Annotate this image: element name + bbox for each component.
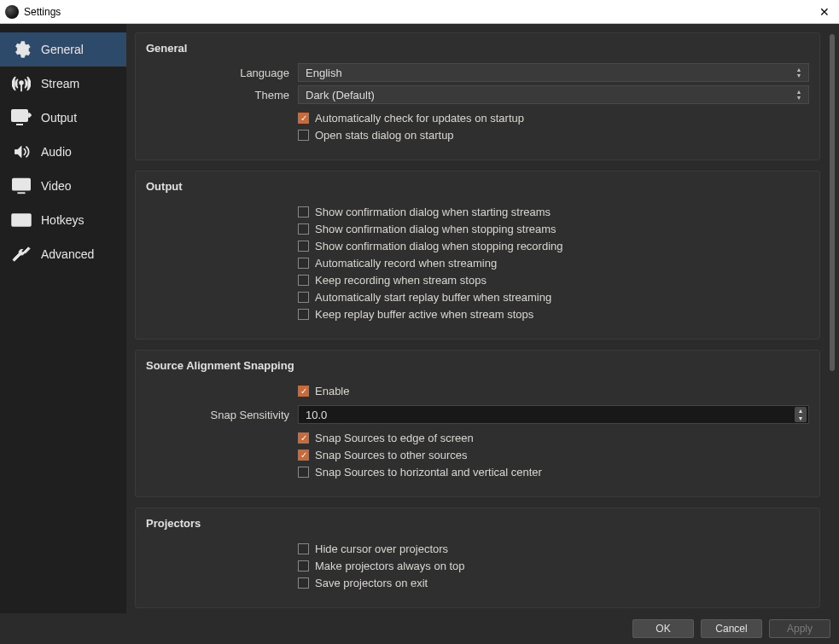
speaker-icon — [10, 143, 32, 160]
group-title: Projectors — [146, 517, 809, 530]
snapping-checkbox[interactable]: Snap Sources to edge of screen — [298, 432, 809, 444]
output-checkbox[interactable]: Keep replay buffer active when stream st… — [298, 308, 809, 321]
cancel-button[interactable]: Cancel — [701, 619, 762, 638]
output-icon — [10, 109, 32, 126]
language-select[interactable]: English ▲▼ — [298, 63, 809, 82]
checkbox-label: Automatically start replay buffer when s… — [315, 291, 551, 304]
main-split: General Stream Output Audio Video — [0, 24, 839, 613]
dialog-footer: OK Cancel Apply — [0, 613, 839, 644]
checkbox-box — [298, 206, 309, 218]
broadcast-icon — [10, 75, 32, 92]
snapping-checkbox[interactable]: Snap Sources to horizontal and vertical … — [298, 466, 809, 479]
tools-icon — [10, 246, 32, 263]
sidebar-item-label: Audio — [41, 145, 72, 159]
checkbox-label: Open stats dialog on startup — [315, 129, 454, 142]
theme-value: Dark (Default) — [306, 89, 375, 102]
group-title: General — [146, 42, 809, 55]
sidebar-item-hotkeys[interactable]: Hotkeys — [0, 203, 126, 237]
sidebar-item-label: Output — [41, 111, 77, 125]
output-checkbox[interactable]: Show confirmation dialog when stopping s… — [298, 223, 809, 235]
output-checkbox[interactable]: Automatically record when streaming — [298, 257, 809, 270]
checkbox-label: Make projectors always on top — [315, 560, 465, 572]
sidebar: General Stream Output Audio Video — [0, 24, 126, 613]
checkbox-box — [298, 386, 309, 397]
checkbox-auto-update[interactable]: Automatically check for updates on start… — [298, 112, 809, 125]
checkbox-box — [298, 223, 309, 235]
language-value: English — [306, 67, 342, 79]
checkbox-label: Keep recording when stream stops — [315, 274, 487, 287]
sidebar-item-stream[interactable]: Stream — [0, 67, 126, 101]
ok-button[interactable]: OK — [632, 619, 694, 638]
checkbox-box — [298, 450, 309, 461]
checkbox-box — [298, 543, 309, 554]
checkbox-label: Show confirmation dialog when starting s… — [315, 206, 551, 218]
checkbox-box — [298, 130, 309, 141]
sidebar-item-label: Advanced — [41, 247, 94, 261]
checkbox-box — [298, 577, 309, 589]
app-icon — [5, 5, 19, 19]
checkbox-box — [298, 292, 309, 303]
svg-rect-4 — [13, 179, 30, 190]
projectors-checkbox[interactable]: Make projectors always on top — [298, 560, 809, 572]
svg-rect-2 — [12, 110, 27, 121]
output-checkbox[interactable]: Automatically start replay buffer when s… — [298, 291, 809, 304]
checkbox-label: Show confirmation dialog when stopping r… — [315, 240, 563, 252]
checkbox-box — [298, 432, 309, 444]
snap-sensitivity-spinbox[interactable]: 10.0 ▲▼ — [298, 405, 809, 424]
snapping-checkbox[interactable]: Snap Sources to other sources — [298, 449, 809, 461]
chevron-updown-icon: ▲▼ — [793, 86, 805, 103]
keyboard-icon — [10, 212, 32, 229]
checkbox-snapping-enable[interactable]: Enable — [298, 385, 809, 397]
checkbox-label: Enable — [315, 385, 349, 397]
group-projectors: Projectors Hide cursor over projectorsMa… — [135, 508, 820, 608]
checkbox-box — [298, 309, 309, 320]
sidebar-item-label: Stream — [41, 77, 79, 90]
output-checklist: Show confirmation dialog when starting s… — [298, 201, 809, 325]
checkbox-box — [298, 275, 309, 286]
output-checkbox[interactable]: Keep recording when stream stops — [298, 274, 809, 287]
output-checkbox[interactable]: Show confirmation dialog when stopping r… — [298, 240, 809, 252]
sidebar-item-label: Video — [41, 179, 72, 193]
sidebar-item-general[interactable]: General — [0, 32, 126, 67]
checkbox-label: Automatically check for updates on start… — [315, 112, 524, 125]
group-general: General Language English ▲▼ Theme Dark — [135, 32, 820, 160]
checkbox-label: Hide cursor over projectors — [315, 542, 448, 555]
sidebar-item-video[interactable]: Video — [0, 169, 126, 203]
checkbox-label: Snap Sources to horizontal and vertical … — [315, 466, 542, 479]
projectors-checkbox[interactable]: Hide cursor over projectors — [298, 542, 809, 555]
snap-sensitivity-value: 10.0 — [306, 409, 327, 421]
group-title: Output — [146, 180, 809, 193]
checkbox-label: Keep replay buffer active when stream st… — [315, 308, 533, 321]
sidebar-item-output[interactable]: Output — [0, 101, 126, 135]
sidebar-item-advanced[interactable]: Advanced — [0, 237, 126, 271]
chevron-updown-icon: ▲▼ — [793, 64, 805, 81]
titlebar: Settings ✕ — [0, 0, 839, 24]
group-output: Output Show confirmation dialog when sta… — [135, 171, 820, 339]
sidebar-item-label: General — [41, 43, 84, 56]
apply-button[interactable]: Apply — [769, 619, 830, 638]
checkbox-box — [298, 241, 309, 252]
group-snapping: Source Alignment Snapping Enable Snap Se… — [135, 350, 820, 497]
checkbox-box — [298, 258, 309, 269]
window-title: Settings — [24, 6, 61, 18]
checkbox-label: Snap Sources to other sources — [315, 449, 468, 461]
vertical-scrollbar[interactable] — [829, 32, 836, 613]
checkbox-label: Automatically record when streaming — [315, 257, 497, 270]
projectors-checkbox[interactable]: Save projectors on exit — [298, 577, 809, 589]
theme-label: Theme — [146, 89, 298, 102]
checkbox-open-stats[interactable]: Open stats dialog on startup — [298, 129, 809, 142]
checkbox-box — [298, 467, 309, 478]
gear-icon — [10, 41, 32, 58]
close-icon[interactable]: ✕ — [815, 3, 834, 21]
snap-sensitivity-label: Snap Sensitivity — [146, 409, 298, 421]
scrollbar-thumb[interactable] — [830, 34, 835, 371]
sidebar-item-label: Hotkeys — [41, 213, 84, 227]
spin-updown-icon[interactable]: ▲▼ — [795, 407, 807, 422]
checkbox-label: Show confirmation dialog when stopping s… — [315, 223, 556, 235]
checkbox-box — [298, 560, 309, 571]
checkbox-label: Save projectors on exit — [315, 577, 428, 589]
output-checkbox[interactable]: Show confirmation dialog when starting s… — [298, 206, 809, 218]
language-label: Language — [146, 67, 298, 79]
theme-select[interactable]: Dark (Default) ▲▼ — [298, 85, 809, 104]
sidebar-item-audio[interactable]: Audio — [0, 135, 126, 169]
